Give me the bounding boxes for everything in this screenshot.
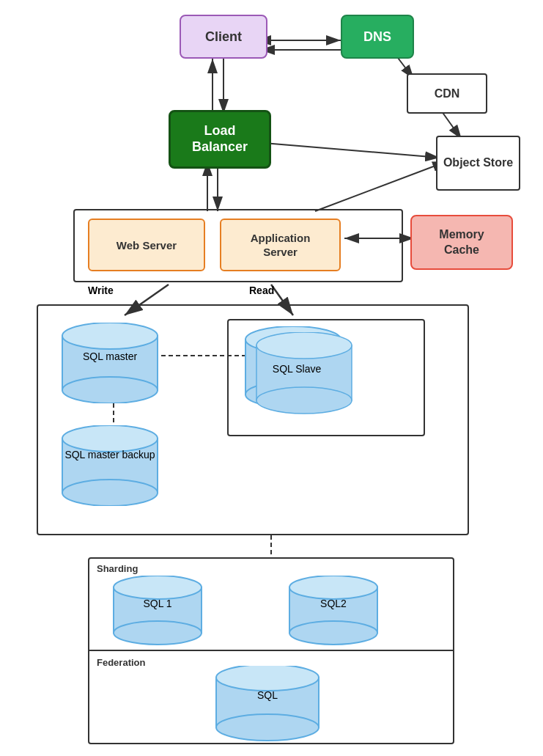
load-balancer-label: LoadBalancer: [192, 123, 248, 155]
svg-line-12: [315, 161, 447, 211]
svg-point-19: [62, 377, 158, 403]
svg-point-34: [289, 621, 377, 645]
svg-point-20: [62, 323, 158, 349]
web-server-node: Web Server: [88, 219, 205, 271]
app-server-label: ApplicationServer: [251, 231, 311, 260]
sql-master-backup-svg: [59, 425, 161, 506]
sql-master-backup-label: SQL master backup: [59, 449, 161, 460]
sharding-section: Sharding SQL 1 SQL2: [88, 557, 454, 651]
sharding-label: Sharding: [97, 563, 138, 574]
sql1-svg: [110, 576, 205, 649]
sql-cylinder: SQL: [213, 666, 322, 746]
sql-master-label: SQL master: [59, 351, 161, 362]
sql2-cylinder: SQL2: [286, 576, 381, 652]
federation-label: Federation: [97, 657, 145, 668]
sql1-cylinder: SQL 1: [110, 576, 205, 652]
svg-point-32: [114, 576, 202, 599]
web-server-label: Web Server: [117, 239, 177, 252]
sql-label: SQL: [213, 689, 322, 701]
architecture-diagram: Client DNS CDN LoadBalancer Object Store…: [0, 0, 543, 756]
load-balancer-node: LoadBalancer: [169, 110, 271, 169]
svg-point-38: [216, 666, 319, 691]
svg-point-31: [114, 621, 202, 645]
object-store-label: Object Store: [443, 155, 513, 171]
object-store-node: Object Store: [436, 136, 520, 191]
svg-point-25: [256, 387, 352, 414]
sql-slave-back-svg: [253, 332, 363, 427]
svg-point-37: [216, 714, 319, 741]
sql-master-backup-cylinder: SQL master backup: [59, 425, 161, 509]
client-label: Client: [205, 29, 242, 45]
sql2-label: SQL2: [286, 598, 381, 609]
sql-master-cylinder: SQL master: [59, 323, 161, 406]
svg-point-35: [289, 576, 377, 599]
cdn-label: CDN: [435, 87, 460, 100]
app-server-node: ApplicationServer: [220, 219, 341, 271]
federation-section: Federation SQL: [88, 651, 454, 744]
cdn-node: CDN: [407, 73, 487, 114]
svg-point-23: [62, 425, 158, 452]
write-label: Write: [88, 285, 114, 296]
dns-node: DNS: [341, 15, 414, 59]
svg-point-22: [62, 480, 158, 506]
svg-point-26: [256, 332, 352, 359]
svg-line-10: [264, 143, 440, 158]
memory-cache-node: MemoryCache: [410, 215, 513, 270]
sql-slave-label: SQL Slave: [242, 363, 352, 375]
read-label: Read: [249, 285, 274, 296]
sql2-svg: [286, 576, 381, 649]
dns-label: DNS: [363, 29, 391, 45]
sql-master-svg: [59, 323, 161, 403]
sql-slave-cylinder: SQL Slave: [242, 326, 352, 425]
memory-cache-label: MemoryCache: [439, 227, 484, 258]
client-node: Client: [180, 15, 267, 59]
sql1-label: SQL 1: [110, 598, 205, 609]
sql-svg: [213, 666, 322, 743]
